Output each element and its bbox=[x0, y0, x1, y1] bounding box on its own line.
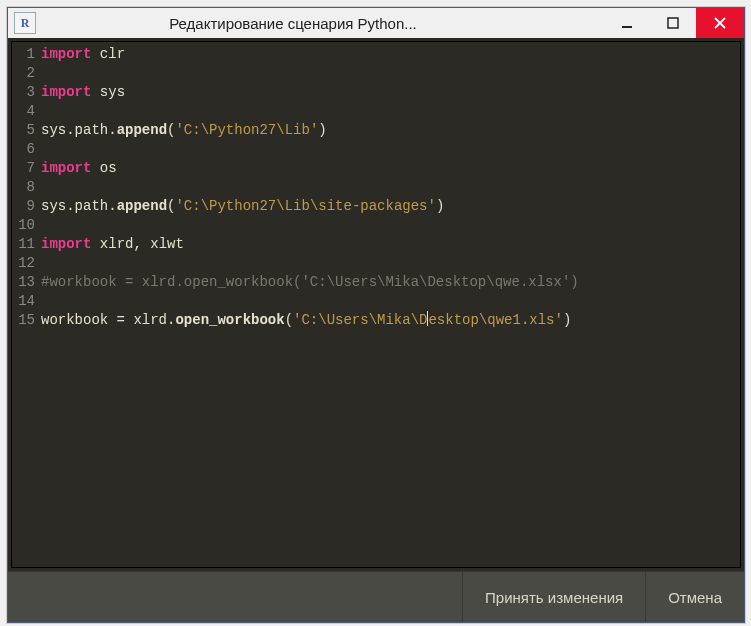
code-token: import bbox=[41, 84, 91, 100]
code-line[interactable] bbox=[41, 178, 740, 197]
line-number: 8 bbox=[14, 178, 35, 197]
line-number: 12 bbox=[14, 254, 35, 273]
close-button[interactable] bbox=[696, 8, 744, 38]
line-number: 14 bbox=[14, 292, 35, 311]
code-token: import bbox=[41, 160, 91, 176]
code-line[interactable]: import os bbox=[41, 159, 740, 178]
code-line[interactable] bbox=[41, 102, 740, 121]
window-buttons bbox=[604, 8, 744, 38]
line-number: 4 bbox=[14, 102, 35, 121]
code-token: os bbox=[91, 160, 116, 176]
line-number-gutter: 123456789101112131415 bbox=[12, 42, 39, 567]
line-number: 6 bbox=[14, 140, 35, 159]
code-line[interactable] bbox=[41, 140, 740, 159]
svg-rect-0 bbox=[622, 26, 632, 28]
minimize-icon bbox=[621, 17, 633, 29]
maximize-button[interactable] bbox=[650, 8, 696, 38]
window-title: Редактирование сценария Python... bbox=[0, 15, 604, 32]
code-line[interactable]: workbook = xlrd.open_workbook('C:\Users\… bbox=[41, 311, 740, 330]
code-token: open_workbook bbox=[175, 312, 284, 328]
code-line[interactable]: import sys bbox=[41, 83, 740, 102]
code-line[interactable] bbox=[41, 216, 740, 235]
code-token: workbook = xlrd. bbox=[41, 312, 175, 328]
code-line[interactable] bbox=[41, 64, 740, 83]
line-number: 13 bbox=[14, 273, 35, 292]
code-token: sys.path. bbox=[41, 122, 117, 138]
code-token: ) bbox=[318, 122, 326, 138]
line-number: 10 bbox=[14, 216, 35, 235]
code-token: clr bbox=[91, 46, 125, 62]
line-number: 15 bbox=[14, 311, 35, 330]
code-token: xlrd, xlwt bbox=[91, 236, 183, 252]
code-area[interactable]: import clr import sys sys.path.append('C… bbox=[39, 42, 740, 567]
code-token: ) bbox=[563, 312, 571, 328]
code-token: import bbox=[41, 46, 91, 62]
code-line[interactable] bbox=[41, 254, 740, 273]
code-editor[interactable]: 123456789101112131415 import clr import … bbox=[11, 41, 741, 568]
code-token: #workbook = xlrd.open_workbook('C:\Users… bbox=[41, 274, 579, 290]
line-number: 7 bbox=[14, 159, 35, 178]
code-token: append bbox=[117, 122, 167, 138]
titlebar[interactable]: R Редактирование сценария Python... bbox=[8, 8, 744, 38]
line-number: 11 bbox=[14, 235, 35, 254]
code-token: append bbox=[117, 198, 167, 214]
code-token: 'C:\Users\Mika\D bbox=[293, 312, 427, 328]
accept-button[interactable]: Принять изменения bbox=[462, 572, 645, 622]
code-line[interactable]: #workbook = xlrd.open_workbook('C:\Users… bbox=[41, 273, 740, 292]
minimize-button[interactable] bbox=[604, 8, 650, 38]
code-token: esktop\qwe1.xls' bbox=[428, 312, 562, 328]
dialog-footer: Принять изменения Отмена bbox=[8, 571, 744, 622]
code-token: import bbox=[41, 236, 91, 252]
maximize-icon bbox=[667, 17, 679, 29]
line-number: 5 bbox=[14, 121, 35, 140]
code-token: ( bbox=[285, 312, 293, 328]
code-line[interactable] bbox=[41, 292, 740, 311]
svg-rect-1 bbox=[668, 18, 678, 28]
code-token: ) bbox=[436, 198, 444, 214]
line-number: 1 bbox=[14, 45, 35, 64]
python-editor-window: R Редактирование сценария Python... 1234… bbox=[7, 7, 745, 623]
code-line[interactable]: sys.path.append('C:\Python27\Lib') bbox=[41, 121, 740, 140]
line-number: 3 bbox=[14, 83, 35, 102]
code-line[interactable]: sys.path.append('C:\Python27\Lib\site-pa… bbox=[41, 197, 740, 216]
cancel-button[interactable]: Отмена bbox=[645, 572, 744, 622]
code-token: 'C:\Python27\Lib' bbox=[175, 122, 318, 138]
code-line[interactable]: import xlrd, xlwt bbox=[41, 235, 740, 254]
line-number: 2 bbox=[14, 64, 35, 83]
code-token: sys bbox=[91, 84, 125, 100]
close-icon bbox=[714, 17, 726, 29]
line-number: 9 bbox=[14, 197, 35, 216]
code-line[interactable]: import clr bbox=[41, 45, 740, 64]
code-token: 'C:\Python27\Lib\site-packages' bbox=[175, 198, 435, 214]
code-token: sys.path. bbox=[41, 198, 117, 214]
